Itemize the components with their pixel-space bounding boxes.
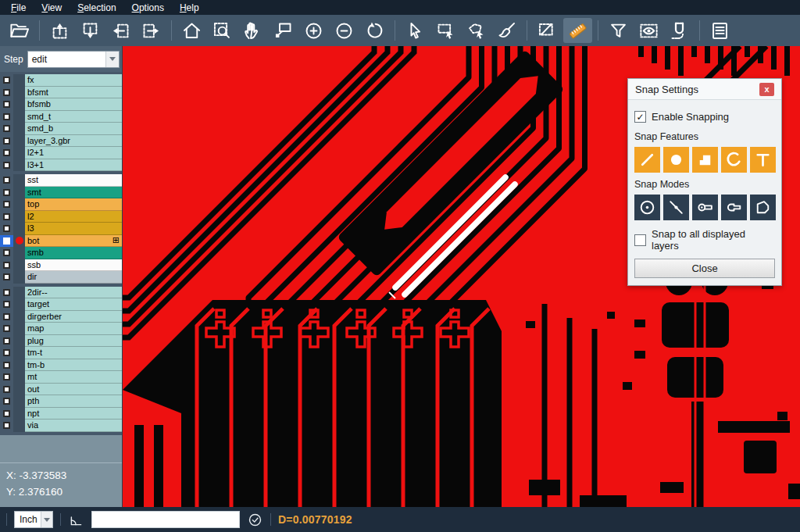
toolbar-zoom-previous-button[interactable] (360, 18, 389, 43)
toolbar-pan-down-button[interactable] (76, 18, 105, 43)
layer-visibility-checkbox[interactable] (0, 187, 13, 199)
layer-visibility-checkbox[interactable] (0, 211, 13, 223)
layer-visibility-checkbox[interactable] (0, 287, 13, 299)
unit-select[interactable]: Inch (14, 511, 53, 528)
layer-visibility-checkbox[interactable] (0, 420, 13, 432)
layer-visibility-checkbox[interactable] (0, 98, 13, 111)
menu-selection[interactable]: Selection (70, 2, 123, 14)
layer-visibility-checkbox[interactable] (0, 408, 13, 420)
toolbar-measure-ruler-button[interactable] (563, 18, 592, 43)
layer-visibility-checkbox[interactable] (0, 223, 13, 235)
menu-options[interactable]: Options (124, 2, 172, 14)
layer-visibility-checkbox[interactable] (0, 259, 13, 272)
snap-slot-center-button[interactable] (692, 195, 718, 220)
layer-visibility-checkbox[interactable] (0, 111, 13, 123)
layer-row-via[interactable]: via (0, 420, 122, 432)
toolbar-brush-select-button[interactable] (492, 18, 521, 43)
layer-row-map[interactable]: map (0, 323, 122, 335)
toolbar-pan-left-button[interactable] (106, 18, 135, 43)
layer-visibility-checkbox[interactable] (0, 311, 13, 323)
layer-row-ssb[interactable]: ssb (0, 259, 122, 272)
layer-visibility-checkbox[interactable] (0, 247, 13, 259)
layer-visibility-checkbox[interactable] (0, 359, 13, 372)
close-button[interactable]: Close (634, 259, 775, 278)
layer-row-sst[interactable]: sst (0, 174, 122, 187)
layer-visibility-checkbox[interactable] (0, 371, 13, 384)
layer-row-out[interactable]: out (0, 384, 122, 396)
toolbar-snap-magnet-button[interactable] (665, 18, 694, 43)
command-input[interactable] (91, 511, 240, 528)
layer-row-l2[interactable]: l2 (0, 211, 122, 223)
layer-visibility-checkbox[interactable] (0, 74, 13, 87)
layer-row-smt[interactable]: smt (0, 187, 122, 199)
snap-contour-button[interactable] (750, 195, 776, 220)
toolbar-home-button[interactable] (177, 18, 206, 43)
toolbar-view-options-button[interactable] (634, 18, 663, 43)
snap-all-layers-row[interactable]: Snap to all displayed layers (634, 228, 775, 252)
toolbar-measure-distance-button[interactable] (533, 18, 562, 43)
layer-row-smd_b[interactable]: smd_b (0, 123, 122, 135)
toolbar-zoom-object-button[interactable] (269, 18, 298, 43)
layer-visibility-checkbox[interactable] (0, 235, 13, 248)
toolbar-select-rect-button[interactable] (431, 18, 460, 43)
layer-row-bot[interactable]: bot⊞ (0, 235, 122, 248)
snap-text-button[interactable] (750, 147, 776, 173)
toolbar-filter-button[interactable] (604, 18, 633, 43)
toolbar-zoom-window-button[interactable] (208, 18, 237, 43)
layer-row-dir[interactable]: dir (0, 271, 122, 284)
toolbar-zoom-out-button[interactable] (330, 18, 359, 43)
layer-visibility-checkbox[interactable] (0, 323, 13, 335)
layer-visibility-checkbox[interactable] (0, 159, 13, 172)
enable-snapping-checkbox[interactable]: ✓ (634, 111, 646, 123)
toolbar-pan-up-button[interactable] (45, 18, 74, 43)
layer-row-l2+1[interactable]: l2+1 (0, 147, 122, 159)
toolbar-report-button[interactable] (705, 18, 734, 43)
layer-visibility-checkbox[interactable] (0, 347, 13, 359)
snap-surface-button[interactable] (692, 147, 718, 173)
layer-row-fx[interactable]: fx (0, 74, 122, 87)
menu-help[interactable]: Help (172, 2, 207, 14)
layer-row-top[interactable]: top (0, 198, 122, 211)
menu-view[interactable]: View (34, 2, 70, 14)
snap-line-button[interactable] (634, 147, 660, 173)
layer-visibility-checkbox[interactable] (0, 147, 13, 159)
layer-visibility-checkbox[interactable] (0, 87, 13, 99)
layer-visibility-checkbox[interactable] (0, 335, 13, 348)
layer-row-bfsmb[interactable]: bfsmb (0, 98, 122, 111)
toolbar-select-poly-button[interactable] (462, 18, 491, 43)
layer-visibility-checkbox[interactable] (0, 198, 13, 211)
layer-row-pth[interactable]: pth (0, 395, 122, 408)
toolbar-open-file-button[interactable] (5, 18, 34, 43)
snap-arc-button[interactable] (721, 147, 747, 173)
toolbar-pan-hand-button[interactable] (238, 18, 267, 43)
layer-visibility-checkbox[interactable] (0, 298, 13, 311)
layer-row-l3+1[interactable]: l3+1 (0, 159, 122, 172)
layer-row-tm-b[interactable]: tm-b (0, 359, 122, 372)
close-icon[interactable]: x (759, 83, 774, 96)
snap-center-button[interactable] (634, 195, 660, 220)
dialog-title-bar[interactable]: Snap Settings x (628, 79, 781, 100)
snap-all-layers-checkbox[interactable] (634, 234, 646, 246)
layer-visibility-checkbox[interactable] (0, 384, 13, 396)
snap-midpoint-button[interactable] (663, 195, 689, 220)
layer-row-mt[interactable]: mt (0, 371, 122, 384)
enable-snapping-row[interactable]: ✓ Enable Snapping (634, 111, 775, 123)
layer-row-smb[interactable]: smb (0, 247, 122, 259)
toolbar-pan-right-button[interactable] (137, 18, 166, 43)
angle-measure-icon[interactable] (68, 512, 84, 528)
layer-row-tm-t[interactable]: tm-t (0, 347, 122, 359)
fill-pattern-icon[interactable]: ⊞ (112, 236, 120, 245)
layer-row-plug[interactable]: plug (0, 335, 122, 348)
layer-row-l3[interactable]: l3 (0, 223, 122, 235)
toolbar-select-button[interactable] (401, 18, 430, 43)
layer-row-2dir--[interactable]: 2dir-- (0, 287, 122, 299)
snap-circle-button[interactable] (663, 147, 689, 173)
step-select[interactable]: edit (27, 51, 120, 68)
layer-row-dirgerber[interactable]: dirgerber (0, 311, 122, 323)
layer-row-npt[interactable]: npt (0, 408, 122, 420)
layer-visibility-checkbox[interactable] (0, 123, 13, 135)
apply-check-icon[interactable] (247, 512, 263, 528)
layer-visibility-checkbox[interactable] (0, 271, 13, 284)
layer-visibility-checkbox[interactable] (0, 135, 13, 148)
layer-visibility-checkbox[interactable] (0, 395, 13, 408)
